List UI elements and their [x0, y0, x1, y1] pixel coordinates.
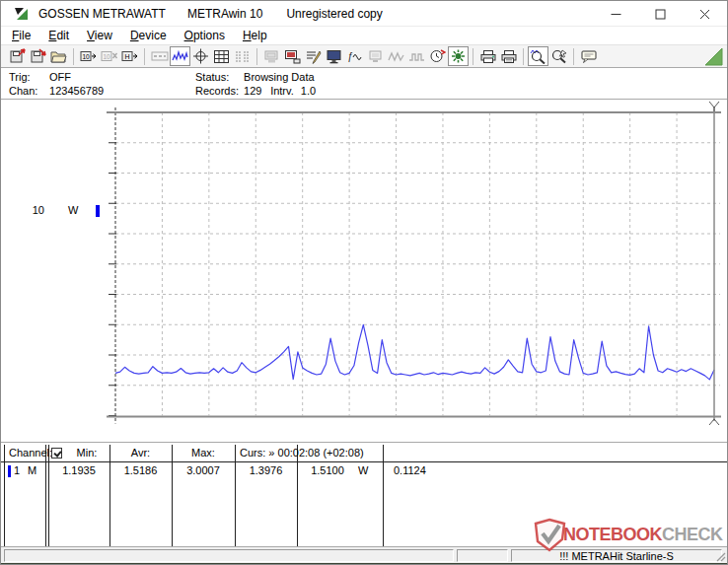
- minimize-button[interactable]: [594, 1, 638, 27]
- menu-edit[interactable]: Edit: [39, 28, 78, 43]
- waveform-steps-icon: [408, 49, 425, 64]
- waveform-steps-button[interactable]: [406, 46, 427, 66]
- y-axis-top-marker[interactable]: [96, 205, 100, 217]
- y-axis-top-label: 10: [25, 204, 44, 216]
- channel-cursor-diff-value: 0.1124: [394, 464, 426, 476]
- waveform-peaks-button[interactable]: [386, 46, 406, 66]
- menu-bar: FileEditViewDeviceOptionsHelp: [1, 27, 727, 45]
- app-icon: [14, 6, 30, 22]
- recorder-active-icon: [450, 48, 467, 64]
- watermark-word-primary: NOTEBOOK: [563, 525, 662, 544]
- interval-value: 1.0: [301, 85, 316, 97]
- table-vline: [48, 445, 49, 546]
- read-device-10-icon: 10: [80, 48, 98, 64]
- open-folder-button[interactable]: [48, 46, 69, 66]
- menu-help[interactable]: Help: [234, 28, 276, 43]
- toolbar: 10 10 H ƒ: [1, 45, 727, 68]
- print-preview-icon: [500, 49, 518, 64]
- table-vline: [45, 445, 46, 546]
- value-list-view-button[interactable]: [232, 46, 253, 66]
- open-file-icon: [9, 48, 26, 64]
- recorder-active-button[interactable]: [448, 46, 469, 66]
- open-file-button[interactable]: [7, 46, 28, 66]
- records-label: Records:: [195, 85, 241, 97]
- interval-label: Intrv.: [270, 85, 294, 97]
- trig-label: Trig:: [9, 71, 46, 83]
- waveform-peaks-icon: [388, 49, 404, 64]
- col-header-min: Min:: [64, 447, 109, 459]
- notebookcheck-shield-icon: [532, 518, 567, 553]
- zoom-waveform-icon: [530, 48, 547, 64]
- numeric-display-icon: [151, 48, 169, 64]
- tooltip-help-button[interactable]: [578, 46, 599, 66]
- zoom-waveform-button[interactable]: [528, 46, 548, 66]
- resize-grip[interactable]: [714, 550, 726, 562]
- svg-text:H: H: [124, 53, 129, 60]
- timer-clock-button[interactable]: [427, 46, 448, 66]
- channel-id[interactable]: 1: [14, 464, 20, 476]
- print-screen-button[interactable]: [261, 46, 282, 66]
- read-device-10-cancel-icon: 10: [101, 48, 118, 64]
- tooltip-help-icon: [580, 49, 598, 64]
- zoom-selector-button[interactable]: [548, 46, 569, 66]
- monitor-display-button[interactable]: [324, 46, 344, 66]
- screen-capture-button[interactable]: [282, 46, 303, 66]
- chart-panel: 10 W 0 W HH:MM:SS 00:00:0000:00:1000:00:…: [1, 100, 727, 443]
- table-vline: [297, 445, 298, 546]
- menu-file[interactable]: File: [3, 28, 39, 43]
- title-license: Unregistered copy: [286, 7, 382, 21]
- channel-color-swatch: [8, 465, 11, 477]
- read-device-hold-button[interactable]: H: [119, 46, 140, 66]
- save-file-button[interactable]: [28, 46, 48, 66]
- crosshair-cursor-button[interactable]: [190, 46, 211, 66]
- device-offline-icon: [367, 49, 384, 64]
- channel-max-value: 3.0007: [172, 464, 235, 476]
- channel-list-edit-button[interactable]: [303, 46, 324, 66]
- numeric-display-view-button[interactable]: [149, 46, 170, 66]
- trig-value: OFF: [49, 71, 71, 83]
- open-folder-icon: [50, 48, 68, 64]
- channel-mode: M: [28, 464, 36, 476]
- chan-label: Chan:: [9, 85, 46, 97]
- title-bar: GOSSEN METRAWATT METRAwin 10 Unregistere…: [1, 1, 727, 27]
- svg-text:10: 10: [82, 53, 90, 60]
- read-device-10-cancel-button[interactable]: 10: [99, 46, 119, 66]
- print-button[interactable]: [477, 46, 498, 66]
- menu-view[interactable]: View: [78, 28, 121, 43]
- table-view-button[interactable]: [211, 46, 232, 66]
- y-axis-top-unit: W: [68, 204, 78, 216]
- title-product: METRAwin 10: [187, 7, 262, 21]
- print-preview-button[interactable]: [498, 46, 519, 66]
- channel-avr-value: 1.5186: [109, 464, 172, 476]
- print-icon: [479, 49, 497, 64]
- table-view-icon: [213, 49, 230, 64]
- col-header-channel: Channel:: [9, 447, 52, 459]
- signal-function-button[interactable]: ƒ: [344, 46, 365, 66]
- maximize-button[interactable]: [638, 1, 683, 27]
- table-vline: [235, 445, 236, 546]
- close-button[interactable]: [683, 1, 727, 27]
- device-status-text: !!! METRAHit Starline-S: [559, 550, 674, 562]
- toolbar-separator: [473, 48, 473, 65]
- status-label: Status:: [195, 71, 241, 83]
- channel-cursor-b-value: 1.5100: [297, 464, 358, 476]
- table-vline: [4, 445, 5, 546]
- col-header-max: Max:: [172, 447, 235, 459]
- channel-list-edit-icon: [305, 49, 322, 64]
- channel-visible-checkbox[interactable]: [51, 448, 62, 459]
- read-device-10-button[interactable]: 10: [78, 46, 99, 66]
- chart-view-button[interactable]: [170, 46, 190, 66]
- menu-options[interactable]: Options: [176, 28, 234, 43]
- screen-capture-icon: [284, 49, 301, 64]
- menu-device[interactable]: Device: [121, 28, 176, 43]
- title-app-name: GOSSEN METRAWATT: [38, 7, 166, 21]
- print-screen-icon: [263, 49, 280, 64]
- close-icon: [699, 9, 710, 20]
- value-list-icon: [234, 49, 251, 64]
- toolbar-separator: [144, 48, 145, 65]
- toolbar-separator: [573, 48, 574, 65]
- signal-function-icon: ƒ: [346, 49, 363, 64]
- device-offline-button[interactable]: [365, 46, 386, 66]
- toolbar-separator: [73, 48, 74, 65]
- status-ok-triangle-icon: [704, 47, 723, 66]
